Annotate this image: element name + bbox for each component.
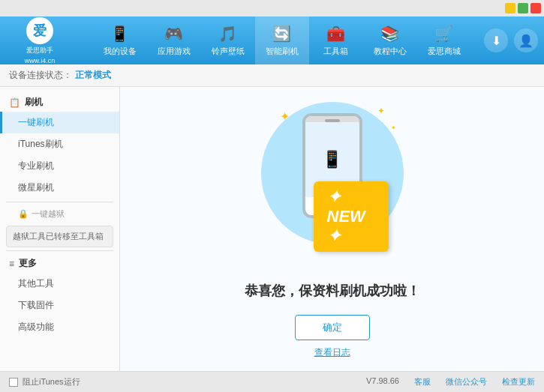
- sidebar-label-advanced: 高级功能: [18, 322, 54, 332]
- sidebar-item-advanced[interactable]: 高级功能: [0, 316, 119, 338]
- apps-icon: 🎮: [164, 25, 183, 43]
- content-area: ✦ ✦ ✦ 📱 ✦ NEW ✦: [120, 87, 544, 371]
- sidebar-label-onekey: 一键刷机: [18, 117, 54, 127]
- log-link[interactable]: 查看日志: [314, 346, 350, 359]
- sidebar-label-download-firmware: 下载固件: [18, 300, 54, 310]
- sparkle-1: ✦: [280, 109, 290, 124]
- title-bar: [0, 0, 544, 16]
- new-badge-stars-right: ✦: [327, 226, 341, 245]
- new-badge-text: NEW: [327, 207, 365, 226]
- sidebar-section-more: ≡ 更多: [0, 254, 119, 273]
- version-number: V7.98.66: [366, 376, 399, 388]
- customer-service-link[interactable]: 客服: [414, 376, 431, 388]
- status-bar: 设备连接状态： 正常模式: [0, 64, 544, 87]
- logo-icon: 爱: [26, 17, 53, 44]
- sidebar-item-micro[interactable]: 微星刷机: [0, 177, 119, 199]
- header-right: ⬇ 👤: [484, 28, 538, 52]
- nav-label-ringtone: 铃声壁纸: [212, 46, 245, 57]
- sidebar-section-flash: 📋 刷机: [0, 93, 119, 112]
- sidebar-divider-1: [6, 202, 113, 202]
- notice-text: 越狱工具已转移至工具箱: [13, 232, 104, 241]
- nav-label-apps: 应用游戏: [158, 46, 191, 57]
- device-icon: 📱: [110, 25, 129, 43]
- stop-itunes-label: 阻止iTunes运行: [23, 376, 80, 388]
- confirm-button[interactable]: 确定: [295, 315, 370, 340]
- logo-area: 爱 爱思助手 www.i4.cn: [6, 17, 74, 64]
- sidebar-item-itunes[interactable]: iTunes刷机: [0, 133, 119, 155]
- status-label: 设备连接状态：: [9, 69, 72, 82]
- nav-label-shop: 爱思商城: [428, 46, 461, 57]
- status-value: 正常模式: [75, 69, 111, 82]
- sparkle-2: ✦: [377, 106, 385, 116]
- sidebar-item-onekey[interactable]: 一键刷机: [0, 112, 119, 133]
- nav-item-tutorial[interactable]: 📚 教程中心: [363, 16, 417, 64]
- sidebar: 📋 刷机 一键刷机 iTunes刷机 专业刷机 微星刷机 🔒 一键越狱: [0, 87, 120, 371]
- nav-item-device[interactable]: 📱 我的设备: [93, 16, 147, 64]
- download-btn[interactable]: ⬇: [484, 28, 508, 52]
- main-layout: 📋 刷机 一键刷机 iTunes刷机 专业刷机 微星刷机 🔒 一键越狱: [0, 87, 544, 371]
- ringtone-icon: 🎵: [218, 25, 237, 43]
- check-update-link[interactable]: 检查更新: [502, 376, 535, 388]
- more-section-icon: ≡: [9, 259, 14, 269]
- sidebar-label-pro: 专业刷机: [18, 160, 54, 171]
- nav-item-smart[interactable]: 🔄 智能刷机: [255, 16, 309, 64]
- wechat-official-link[interactable]: 微信公众号: [446, 376, 487, 388]
- sidebar-section-more-label: 更多: [19, 257, 37, 270]
- nav-item-tools[interactable]: 🧰 工具箱: [309, 16, 363, 64]
- nav-label-device: 我的设备: [104, 46, 137, 57]
- sidebar-label-other-tools: 其他工具: [18, 278, 54, 289]
- sidebar-label-micro: 微星刷机: [18, 182, 54, 193]
- sidebar-item-download-firmware[interactable]: 下载固件: [0, 295, 119, 316]
- app-container: 爱 爱思助手 www.i4.cn 📱 我的设备 🎮 应用游戏 🎵 铃声壁纸 🔄 …: [0, 0, 544, 392]
- sidebar-item-pro[interactable]: 专业刷机: [0, 155, 119, 177]
- sparkle-3: ✦: [391, 124, 396, 131]
- version-bar: 阻止iTunes运行 V7.98.66 客服 微信公众号 检查更新: [0, 371, 544, 392]
- footer-left: 阻止iTunes运行: [9, 376, 80, 388]
- sidebar-divider-2: [6, 250, 113, 251]
- new-badge: ✦ NEW ✦: [314, 181, 389, 252]
- sidebar-item-other-tools[interactable]: 其他工具: [0, 273, 119, 295]
- logo-url: www.i4.cn: [25, 57, 56, 64]
- logo-title: 爱思助手: [26, 46, 53, 55]
- main-content: ✦ ✦ ✦ 📱 ✦ NEW ✦: [120, 87, 544, 371]
- sidebar-section-jailbreak: 🔒 一键越狱: [0, 205, 119, 223]
- lock-icon: 🔒: [18, 209, 29, 219]
- nav-item-shop[interactable]: 🛒 爱思商城: [417, 16, 471, 64]
- sidebar-section-flash-label: 刷机: [25, 96, 43, 109]
- nav-items: 📱 我的设备 🎮 应用游戏 🎵 铃声壁纸 🔄 智能刷机 🧰 工具箱 📚: [80, 16, 484, 64]
- footer-right: V7.98.66 客服 微信公众号 检查更新: [366, 376, 535, 388]
- stop-itunes-checkbox[interactable]: [9, 378, 18, 387]
- sidebar-label-itunes: iTunes刷机: [18, 139, 63, 149]
- nav-item-ringtone[interactable]: 🎵 铃声壁纸: [201, 16, 255, 64]
- smart-icon: 🔄: [272, 25, 291, 43]
- user-btn[interactable]: 👤: [514, 28, 538, 52]
- maximize-btn[interactable]: [518, 3, 528, 13]
- flash-section-icon: 📋: [9, 97, 20, 108]
- new-badge-stars-left: ✦: [327, 187, 341, 206]
- tools-icon: 🧰: [326, 25, 345, 43]
- confirm-label: 确定: [323, 321, 342, 334]
- jailbreak-label: 一键越狱: [32, 208, 65, 220]
- phone-illustration: ✦ ✦ ✦ 📱 ✦ NEW ✦: [257, 102, 407, 267]
- minimize-btn[interactable]: [505, 3, 515, 13]
- tutorial-icon: 📚: [380, 25, 399, 43]
- nav-label-smart: 智能刷机: [266, 46, 299, 57]
- sidebar-jailbreak-notice: 越狱工具已转移至工具箱: [6, 226, 113, 247]
- close-btn[interactable]: [530, 3, 541, 13]
- header: 爱 爱思助手 www.i4.cn 📱 我的设备 🎮 应用游戏 🎵 铃声壁纸 🔄 …: [0, 16, 544, 64]
- shop-icon: 🛒: [434, 25, 453, 43]
- success-text: 恭喜您，保资料刷机成功啦！: [245, 282, 420, 300]
- nav-label-tools: 工具箱: [323, 46, 348, 57]
- nav-label-tutorial: 教程中心: [374, 46, 407, 57]
- nav-item-apps[interactable]: 🎮 应用游戏: [147, 16, 201, 64]
